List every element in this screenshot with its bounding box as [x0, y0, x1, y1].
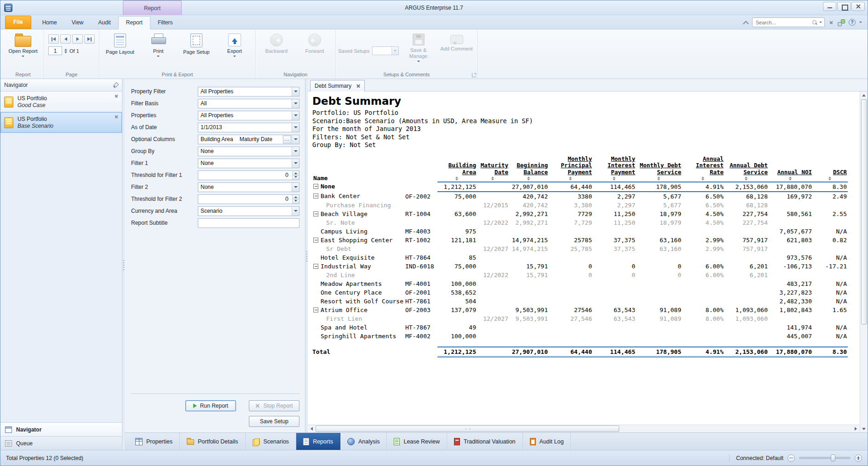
dropdown-arrow-icon[interactable] — [292, 111, 299, 120]
page-spinner[interactable] — [64, 49, 67, 53]
dialog-launcher-icon[interactable] — [472, 73, 476, 77]
panel-switch-button[interactable]: Navigator — [0, 422, 122, 436]
clear-search-icon[interactable] — [828, 20, 834, 25]
save-setup-button[interactable]: Save Setup — [249, 416, 299, 427]
column-header[interactable]: Beginning Balance — [509, 156, 549, 182]
close-icon[interactable] — [851, 2, 865, 11]
export-button[interactable]: Export — [216, 32, 253, 59]
zoom-slider-thumb[interactable] — [831, 455, 835, 461]
sort-icon[interactable] — [724, 176, 768, 181]
module-tab[interactable]: Lease Review — [387, 433, 447, 450]
sort-icon[interactable] — [509, 176, 548, 181]
parameter-input[interactable]: All — [198, 99, 299, 108]
horizontal-scroll-thumb[interactable] — [316, 426, 619, 432]
column-header[interactable]: DSCR — [813, 156, 848, 182]
module-tab[interactable]: Properties — [128, 433, 180, 450]
parameter-input[interactable]: Scenario — [198, 206, 299, 216]
ribbon-tab[interactable]: Audit — [91, 17, 118, 29]
sort-icon[interactable] — [549, 176, 592, 181]
dropdown-arrow-icon[interactable] — [292, 87, 299, 96]
column-header[interactable]: Monthly Principal Payment — [549, 156, 593, 182]
table-row[interactable]: Industrial Way IND-6018 75,000 15,791 0 — [312, 262, 848, 271]
module-tab[interactable]: Audit Log — [523, 433, 571, 450]
column-header[interactable]: Annual NOI — [769, 156, 813, 182]
collapse-ribbon-icon[interactable] — [743, 20, 748, 25]
parameter-input[interactable]: 0 — [198, 170, 299, 180]
help-dropdown-icon[interactable] — [859, 22, 862, 24]
parameters-splitter[interactable] — [305, 79, 308, 432]
scroll-down-icon[interactable] — [861, 425, 868, 432]
dropdown-arrow-icon[interactable] — [292, 123, 299, 132]
table-row[interactable]: Spa and Hotel HT-7867 49 — [312, 323, 848, 332]
table-row[interactable]: 2nd Line 12/2022 15,791 0 0 — [312, 271, 848, 279]
table-row[interactable]: First Lien 12/2027 9,503,991 27,546 — [312, 314, 848, 323]
expand-collapse-icon[interactable] — [313, 193, 318, 199]
vertical-scrollbar[interactable] — [860, 91, 868, 432]
expand-collapse-icon[interactable] — [313, 184, 318, 189]
expand-collapse-icon[interactable] — [313, 307, 318, 313]
parameter-input[interactable]: None — [198, 182, 299, 192]
parameter-input[interactable]: 1/1/2013 — [198, 123, 299, 132]
search-box[interactable] — [752, 17, 825, 27]
spinner-buttons[interactable] — [292, 195, 299, 204]
close-icon[interactable] — [114, 114, 119, 119]
parameter-input[interactable]: All Properties — [198, 87, 299, 97]
sort-icon[interactable] — [682, 176, 724, 181]
table-row[interactable]: One Century Place OF-2001 538,652 — [312, 288, 848, 297]
sort-icon[interactable] — [813, 176, 847, 181]
module-tab[interactable]: Analysis — [340, 433, 387, 450]
next-page-button[interactable] — [72, 34, 83, 44]
zoom-out-icon[interactable] — [788, 455, 795, 462]
search-input[interactable] — [755, 19, 810, 26]
run-report-button[interactable]: Run Report — [185, 400, 236, 411]
sort-icon[interactable] — [769, 176, 812, 181]
ribbon-tab[interactable]: Filters — [150, 17, 180, 29]
column-header[interactable]: Monthly Debt Service — [636, 156, 682, 182]
parameter-input[interactable]: Building Area Maturity Date — [198, 135, 299, 144]
zoom-in-icon[interactable] — [855, 455, 862, 462]
zoom-slider[interactable] — [799, 457, 851, 459]
table-row[interactable]: Bank Center OF-2002 75,000 420,742 3380 — [312, 192, 848, 201]
scroll-up-icon[interactable] — [861, 91, 868, 99]
close-tab-icon[interactable] — [356, 84, 360, 88]
table-row[interactable]: Beach Village RT-1004 63,600 2,992,271 7… — [312, 210, 848, 218]
expand-collapse-icon[interactable] — [313, 211, 318, 216]
print-button[interactable]: Print — [140, 32, 177, 59]
column-header[interactable]: Maturity Date — [477, 156, 509, 182]
search-dropdown-icon[interactable] — [819, 22, 822, 24]
page-number-input[interactable]: 1 — [48, 46, 62, 55]
horizontal-scrollbar[interactable] — [308, 425, 860, 432]
ribbon-tab[interactable]: Report — [118, 16, 150, 29]
scroll-left-icon[interactable] — [308, 425, 315, 432]
sort-icon[interactable] — [437, 176, 476, 181]
parameter-input[interactable]: 0 — [198, 194, 299, 204]
sort-icon[interactable] — [477, 176, 508, 181]
parameter-input[interactable]: None — [198, 159, 299, 168]
table-row[interactable]: Sr. Note 12/2022 2,992,271 7,729 — [312, 218, 848, 227]
help-icon[interactable] — [849, 19, 856, 26]
expand-collapse-icon[interactable] — [313, 238, 318, 243]
column-header[interactable]: Monthly Interest Payment — [593, 156, 636, 182]
parameter-input[interactable]: None — [198, 147, 299, 156]
column-header[interactable]: Annual Interest Rate — [682, 156, 724, 182]
table-row[interactable]: Resort with Golf Course HT-7861 504 — [312, 297, 848, 306]
ellipsis-button[interactable] — [283, 136, 291, 143]
close-icon[interactable] — [114, 94, 119, 98]
dropdown-arrow-icon[interactable] — [292, 135, 299, 144]
dropdown-arrow-icon[interactable] — [292, 207, 299, 216]
table-row[interactable]: East Shopping Center RT-1002 121,181 14,… — [312, 236, 848, 244]
scroll-right-icon[interactable] — [852, 425, 859, 432]
search-icon[interactable] — [812, 20, 817, 25]
table-row[interactable]: Campus Living MF-4003 975 — [312, 227, 848, 236]
table-row[interactable]: Purchase Financing 12/2015 420,742 3,380 — [312, 201, 848, 210]
page-layout-button[interactable]: Page Layout — [102, 32, 138, 56]
navigator-item[interactable]: US Portfolio Good Case — [0, 91, 122, 112]
minimize-icon[interactable] — [823, 2, 836, 11]
spinner-buttons[interactable] — [292, 171, 299, 180]
navigator-item[interactable]: US Portfolio Base Scenario — [0, 112, 122, 133]
parameter-input[interactable]: All Properties — [198, 111, 299, 120]
panel-switch-button[interactable]: Queue — [0, 436, 122, 450]
first-page-button[interactable] — [48, 34, 59, 44]
column-header[interactable]: Building Area — [437, 156, 477, 182]
ribbon-tab[interactable]: View — [64, 17, 91, 29]
